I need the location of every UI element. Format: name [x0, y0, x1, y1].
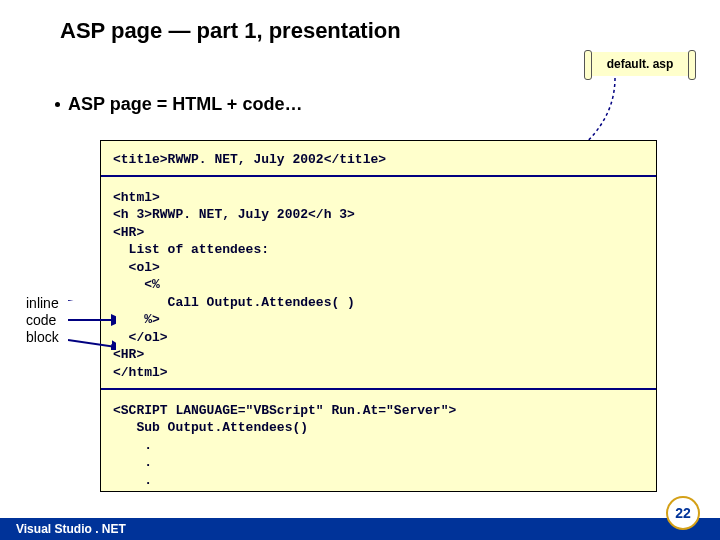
code-separator-2: [101, 388, 656, 390]
bullet-text: ASP page = HTML + code…: [68, 94, 302, 115]
code-separator-1: [101, 175, 656, 177]
code-segment-1: <title>RWWP. NET, July 2002</title>: [101, 141, 656, 173]
footer-bar: Visual Studio . NET: [0, 518, 720, 540]
annotation-line-2: code: [26, 312, 59, 329]
bullet-dot: [55, 102, 60, 107]
filename-scroll: default. asp: [590, 52, 690, 76]
code-segment-3: <SCRIPT LANGUAGE="VBScript" Run.At="Serv…: [101, 392, 656, 494]
svg-line-2: [68, 340, 116, 348]
annotation-inline-code-block: inline code block: [26, 295, 59, 345]
code-segment-2: <html> <h 3>RWWP. NET, July 2002</h 3> <…: [101, 179, 656, 386]
code-box: <title>RWWP. NET, July 2002</title> <htm…: [100, 140, 657, 492]
annotation-line-3: block: [26, 329, 59, 346]
annotation-arrow: [68, 300, 116, 350]
annotation-line-1: inline: [26, 295, 59, 312]
slide: ASP page — part 1, presentation default.…: [0, 0, 720, 540]
page-number-badge: 22: [666, 496, 700, 530]
slide-title: ASP page — part 1, presentation: [60, 18, 401, 44]
